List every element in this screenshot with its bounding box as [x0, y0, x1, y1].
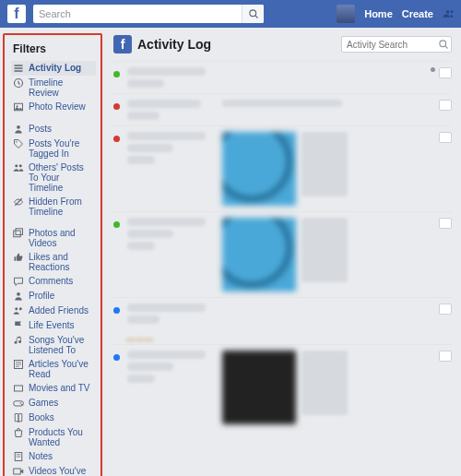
- filter-item[interactable]: Photo Review: [11, 100, 96, 114]
- friends-icon: [13, 305, 24, 316]
- filter-item[interactable]: Timeline Review: [11, 76, 96, 100]
- filter-item[interactable]: Photos and Videos: [11, 226, 96, 250]
- video-icon: [13, 466, 24, 476]
- filter-item[interactable]: Profile: [11, 289, 96, 303]
- book-icon: [13, 412, 24, 423]
- activity-row: [113, 344, 452, 430]
- clock-icon: [13, 77, 24, 89]
- filters-sidebar: Filters Activity LogTimeline ReviewPhoto…: [3, 33, 102, 476]
- filter-label: Timeline Review: [29, 77, 94, 98]
- person-icon: [13, 124, 24, 135]
- filter-item[interactable]: Videos You've Watched: [11, 464, 96, 476]
- filter-item[interactable]: Songs You've Listened To: [11, 333, 96, 357]
- svg-point-24: [20, 402, 22, 404]
- profile-avatar[interactable]: [337, 5, 355, 23]
- people-icon: [13, 162, 24, 173]
- svg-point-10: [15, 164, 18, 167]
- filter-item[interactable]: Movies and TV: [11, 381, 96, 396]
- svg-rect-13: [14, 231, 21, 237]
- svg-rect-3: [15, 67, 23, 69]
- filter-item[interactable]: Notes: [11, 449, 96, 464]
- filter-item[interactable]: Products You Wanted: [11, 425, 96, 449]
- like-icon: [13, 252, 24, 263]
- facebook-logo[interactable]: f: [7, 5, 26, 23]
- activity-text: [127, 303, 215, 324]
- activity-log-logo: f: [113, 35, 132, 54]
- filter-item[interactable]: Life Events: [11, 318, 96, 333]
- filter-label: Books: [29, 412, 54, 422]
- media-thumbnail[interactable]: [222, 132, 296, 206]
- status-dot-icon: [113, 221, 120, 228]
- global-search-button[interactable]: [242, 5, 264, 23]
- activity-text: [127, 100, 215, 120]
- activity-text: [127, 67, 215, 88]
- filter-label: Articles You've Read: [29, 359, 94, 379]
- svg-rect-22: [15, 386, 23, 391]
- filter-item[interactable]: Added Friends: [11, 303, 96, 318]
- filter-label: Photo Review: [29, 101, 86, 112]
- activity-text: [127, 132, 215, 164]
- article-icon: [13, 359, 24, 370]
- filter-label: Products You Wanted: [29, 427, 94, 447]
- filter-item[interactable]: Others' Posts To Your Timeline: [11, 161, 96, 195]
- svg-rect-29: [14, 469, 21, 474]
- activity-row: [113, 93, 452, 125]
- tag-icon: [13, 138, 24, 149]
- status-dot-icon: [113, 307, 120, 314]
- main-header: f Activity Log: [113, 35, 452, 54]
- svg-point-8: [17, 125, 20, 129]
- movie-icon: [13, 383, 24, 394]
- svg-point-15: [17, 292, 20, 296]
- svg-rect-4: [15, 70, 23, 72]
- activity-search-button[interactable]: [437, 38, 450, 51]
- filter-item[interactable]: Posts: [11, 122, 96, 137]
- filter-item[interactable]: Comments: [11, 274, 96, 289]
- status-dot-icon: [113, 103, 120, 110]
- svg-point-0: [249, 10, 255, 17]
- friend-requests-icon[interactable]: [443, 8, 454, 19]
- filter-label: Posts: [29, 124, 52, 134]
- filter-item[interactable]: Posts You're Tagged In: [11, 137, 96, 161]
- filter-item[interactable]: Games: [11, 396, 96, 411]
- main-content: f Activity Log: [102, 28, 461, 476]
- filter-item[interactable]: Activity Log: [11, 61, 96, 76]
- filter-label: Comments: [29, 276, 73, 286]
- top-right-nav: Home Create: [337, 5, 454, 23]
- edit-button[interactable]: [439, 218, 452, 229]
- svg-point-11: [19, 164, 22, 167]
- media-thumbnail[interactable]: [222, 218, 296, 292]
- svg-line-43: [445, 46, 448, 49]
- activity-search-input[interactable]: [341, 36, 452, 53]
- status-dot-icon: [113, 71, 120, 77]
- svg-point-17: [19, 307, 22, 310]
- filter-label: Notes: [29, 451, 53, 461]
- nav-home[interactable]: Home: [364, 8, 393, 19]
- activity-search-wrap: [341, 36, 452, 53]
- filter-item[interactable]: Hidden From Timeline: [11, 195, 96, 219]
- filter-label: Movies and TV: [29, 383, 90, 393]
- edit-button[interactable]: [439, 132, 452, 143]
- comment-icon: [13, 276, 24, 287]
- filter-label: Songs You've Listened To: [29, 335, 94, 355]
- page-title: Activity Log: [137, 37, 336, 52]
- svg-rect-14: [16, 229, 23, 235]
- filter-item[interactable]: Articles You've Read: [11, 357, 96, 381]
- bag-icon: [13, 427, 24, 438]
- flag-icon: [13, 320, 24, 331]
- activity-row: [113, 61, 452, 93]
- activity-row: [113, 297, 452, 329]
- note-icon: [13, 451, 24, 462]
- media-thumbnail[interactable]: [222, 351, 296, 424]
- month-separator: ———: [113, 329, 452, 344]
- edit-button[interactable]: [439, 67, 452, 78]
- filter-item[interactable]: Books: [11, 411, 96, 425]
- filter-item[interactable]: Likes and Reactions: [11, 250, 96, 274]
- nav-create[interactable]: Create: [402, 8, 433, 19]
- edit-button[interactable]: [439, 100, 452, 111]
- edit-button[interactable]: [439, 351, 452, 362]
- global-search-input[interactable]: [33, 5, 264, 23]
- activity-text: [127, 351, 215, 383]
- edit-button[interactable]: [439, 303, 452, 315]
- svg-rect-2: [15, 65, 23, 66]
- music-icon: [13, 335, 24, 346]
